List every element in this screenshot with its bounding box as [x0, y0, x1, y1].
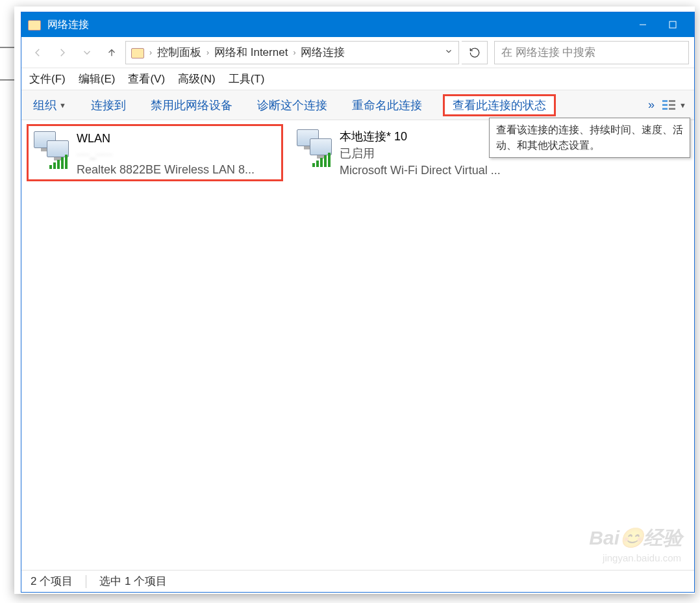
- chevron-right-icon: ›: [206, 48, 209, 57]
- navigation-bar: › 控制面板 › 网络和 Internet › 网络连接 在 网络连接 中搜索: [21, 37, 694, 68]
- connection-status: 已启用: [340, 145, 501, 162]
- separator: [86, 575, 86, 588]
- watermark-sub: jingyan.baidu.com: [603, 552, 681, 563]
- connect-to-button[interactable]: 连接到: [87, 95, 130, 116]
- connection-name: 本地连接* 10: [340, 128, 501, 145]
- view-mode-icon: [662, 100, 675, 110]
- address-dropdown-icon[interactable]: [444, 46, 453, 59]
- content-pane[interactable]: WLAN ····_····· Realtek 8822BE Wireless …: [21, 120, 694, 570]
- item-count: 2 个项目: [31, 574, 73, 589]
- search-input[interactable]: 在 网络连接 中搜索: [494, 41, 689, 64]
- tooltip-text: 查看该连接的连接、持续时间、速度、活动、和其他状态设置。: [496, 124, 683, 151]
- menu-file[interactable]: 文件(F): [28, 70, 67, 88]
- network-adapter-icon: [297, 129, 333, 166]
- location-icon: [131, 47, 144, 58]
- menu-view[interactable]: 查看(V): [127, 70, 166, 88]
- chevron-right-icon: ›: [293, 48, 295, 57]
- disable-device-button[interactable]: 禁用此网络设备: [147, 95, 236, 116]
- search-placeholder: 在 网络连接 中搜索: [501, 45, 595, 60]
- rename-button[interactable]: 重命名此连接: [348, 95, 426, 116]
- signal-bars-icon: [312, 153, 331, 167]
- menu-edit[interactable]: 编辑(E): [77, 70, 117, 88]
- forward-button[interactable]: [51, 42, 73, 64]
- explorer-window: 网络连接 › 控制面板 › 网络和 Internet › 网络连接 在 网络连接…: [21, 12, 695, 593]
- connection-ssid-blurred: ····_·····: [77, 147, 255, 161]
- view-status-button[interactable]: 查看此连接的状态: [443, 94, 556, 116]
- maximize-button[interactable]: [658, 12, 688, 37]
- breadcrumb-item[interactable]: 控制面板: [157, 45, 201, 60]
- chevron-down-icon: ▼: [59, 101, 66, 109]
- menu-advanced[interactable]: 高级(N): [177, 70, 217, 88]
- network-connections-icon: [28, 19, 41, 31]
- back-button[interactable]: [27, 42, 49, 64]
- signal-bars-icon: [49, 155, 68, 169]
- tooltip: 查看该连接的连接、持续时间、速度、活动、和其他状态设置。: [489, 118, 690, 158]
- diagnose-button[interactable]: 诊断这个连接: [253, 95, 331, 116]
- selection-count: 选中 1 个项目: [99, 574, 167, 589]
- status-bar: 2 个项目 选中 1 个项目: [21, 570, 694, 592]
- connection-device: Realtek 8822BE Wireless LAN 8...: [77, 161, 255, 178]
- menu-bar: 文件(F) 编辑(E) 查看(V) 高级(N) 工具(T): [21, 68, 694, 90]
- titlebar[interactable]: 网络连接: [21, 12, 694, 37]
- recent-dropdown[interactable]: [76, 42, 98, 64]
- breadcrumb-item[interactable]: 网络连接: [301, 45, 345, 60]
- breadcrumb-item[interactable]: 网络和 Internet: [214, 45, 288, 60]
- chevron-down-icon: ▼: [679, 101, 686, 109]
- chevron-right-icon: ›: [149, 48, 152, 57]
- overflow-button[interactable]: »: [648, 98, 655, 112]
- window-title: 网络连接: [47, 18, 89, 32]
- command-toolbar: 组织 ▼ 连接到 禁用此网络设备 诊断这个连接 重命名此连接 查看此连接的状态 …: [21, 90, 694, 120]
- address-bar[interactable]: › 控制面板 › 网络和 Internet › 网络连接: [125, 41, 459, 64]
- connection-device: Microsoft Wi-Fi Direct Virtual ...: [340, 162, 501, 179]
- view-options-button[interactable]: ▼: [662, 100, 686, 110]
- svg-rect-1: [669, 21, 676, 28]
- organize-button[interactable]: 组织 ▼: [29, 95, 70, 116]
- watermark: Bai😊经验: [589, 525, 682, 552]
- menu-tools[interactable]: 工具(T): [227, 70, 266, 88]
- refresh-button[interactable]: [462, 41, 488, 64]
- up-button[interactable]: [101, 42, 123, 64]
- network-adapter-icon: [34, 131, 70, 168]
- minimize-button[interactable]: [628, 12, 658, 37]
- organize-label: 组织: [33, 97, 56, 113]
- connection-name: WLAN: [77, 130, 255, 147]
- connection-item-wlan[interactable]: WLAN ····_····· Realtek 8822BE Wireless …: [27, 124, 283, 181]
